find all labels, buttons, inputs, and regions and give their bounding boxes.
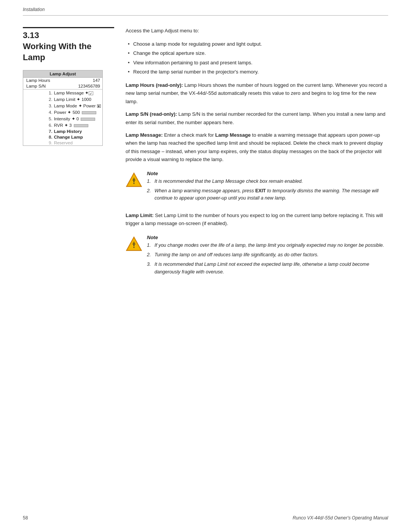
note-list-item: It is recommended that the Lamp Message … — [147, 178, 388, 185]
note-list-item: If you change modes over the life of a l… — [147, 242, 388, 249]
table-row: 4. Power ✦ 500 — [23, 109, 103, 115]
right-column: Access the Lamp Adjust menu to: Choose a… — [126, 27, 388, 285]
lamp-sn-label: Lamp S/N — [23, 83, 53, 89]
note-list-item: It is recommended that Lamp Limit not ex… — [147, 261, 388, 276]
svg-text:⚠: ⚠ — [132, 177, 136, 181]
note-label-2: Note — [147, 235, 388, 240]
lamp-sn-value: 123456789 — [53, 83, 103, 89]
note-list-item: When a lamp warning message appears, pre… — [147, 187, 388, 202]
note-content-1: Note It is recommended that the Lamp Mes… — [147, 171, 388, 204]
page-container: Installation 3.13 Working With theLamp L… — [0, 0, 411, 532]
left-column: 3.13 Working With theLamp Lamp Adjust La… — [23, 27, 114, 285]
table-row: 1. Lamp Message ✦✓ — [23, 89, 103, 96]
section-heading-block: 3.13 Working With theLamp — [23, 27, 114, 63]
note-list-2: If you change modes over the life of a l… — [147, 242, 388, 276]
note-block-2: ! ⚠ Note If you change modes over the li… — [126, 235, 388, 278]
table-row: 6. RVR ✦ 3 — [23, 122, 103, 128]
list-item: View information pertaining to past and … — [126, 59, 388, 67]
header-section: Installation — [0, 0, 411, 12]
table-row: 2. Lamp Limit ✦ 1000 — [23, 96, 103, 102]
note-list-1: It is recommended that the Lamp Message … — [147, 178, 388, 202]
section-title: Working With theLamp — [23, 41, 114, 63]
table-row: 8. Change Lamp — [23, 134, 103, 140]
footer-title: Runco VX-44d/-55d Owner's Operating Manu… — [293, 515, 388, 521]
list-item: Record the lamp serial number in the pro… — [126, 68, 388, 76]
table-row: 7. Lamp History — [23, 128, 103, 134]
lamp-sn-para: Lamp S/N (read-only): Lamp S/N is the se… — [126, 110, 388, 126]
content-area: 3.13 Working With theLamp Lamp Adjust La… — [0, 16, 411, 300]
lamp-hours-label: Lamp Hours — [23, 77, 53, 83]
table-row: 5. Intensity ✦ 0 — [23, 115, 103, 122]
warning-triangle-icon: ! ⚠ — [126, 171, 142, 188]
note-icon-1: ! ⚠ — [126, 171, 142, 188]
note-list-item: Turning the lamp on and off reduces lamp… — [147, 251, 388, 259]
lamp-message-para: Lamp Message: Enter a check mark for Lam… — [126, 131, 388, 164]
table-row: 9. Reserved — [23, 140, 103, 146]
lamp-sn-row: Lamp S/N 123456789 — [23, 83, 103, 89]
note-icon-2: ! ⚠ — [126, 235, 142, 252]
table-header-row: Lamp Adjust — [23, 70, 103, 77]
table-row: 3. Lamp Mode ✦ Power ▼ — [23, 102, 103, 109]
lamp-adjust-title: Lamp Adjust — [23, 70, 103, 77]
lamp-hours-para: Lamp Hours (read-only): Lamp Hours shows… — [126, 81, 388, 105]
list-item: Choose a lamp mode for regulating power … — [126, 40, 388, 48]
svg-text:⚠: ⚠ — [132, 241, 136, 245]
lamp-hours-value: 147 — [53, 77, 103, 83]
note-content-2: Note If you change modes over the life o… — [147, 235, 388, 278]
note-block-1: ! ⚠ Note It is recommended that the Lamp… — [126, 171, 388, 204]
lamp-adjust-table: Lamp Adjust Lamp Hours 147 Lamp S/N 1234… — [23, 70, 103, 146]
note-label-1: Note — [147, 171, 388, 176]
section-number: 3.13 — [23, 30, 114, 40]
list-item: Change the optical aperture size. — [126, 50, 388, 57]
bullet-list: Choose a lamp mode for regulating power … — [126, 40, 388, 76]
intro-text: Access the Lamp Adjust menu to: — [126, 27, 388, 35]
lamp-hours-row: Lamp Hours 147 — [23, 77, 103, 83]
lamp-limit-para: Lamp Limit: Set Lamp Limit to the number… — [126, 211, 388, 228]
warning-triangle-icon-2: ! ⚠ — [126, 235, 142, 252]
page-footer: 58 Runco VX-44d/-55d Owner's Operating M… — [0, 515, 411, 521]
breadcrumb: Installation — [23, 7, 45, 12]
page-number: 58 — [23, 515, 28, 521]
